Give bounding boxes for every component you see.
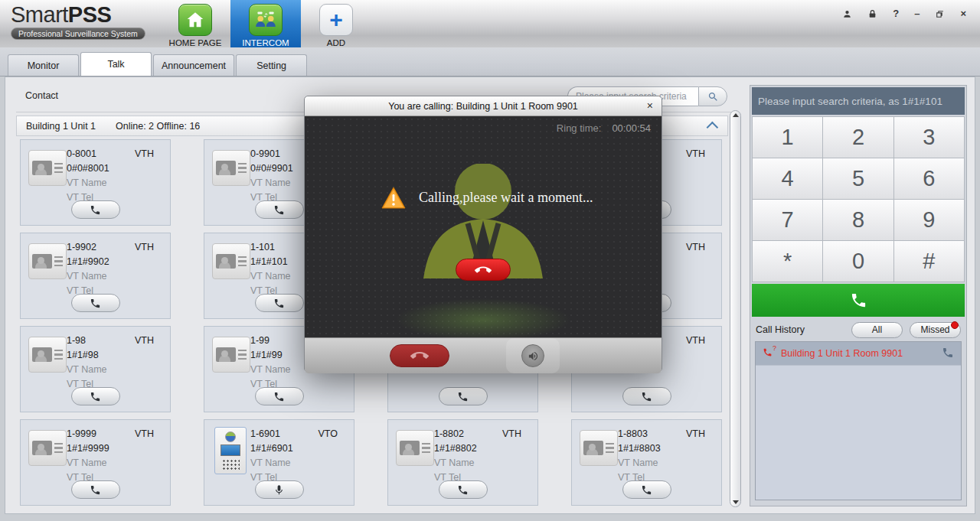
call-button[interactable] <box>439 480 488 499</box>
callback-button[interactable] <box>942 347 954 361</box>
call-history-item[interactable]: ?Building 1 Unit 1 Room 9901 <box>756 342 961 366</box>
dialpad-key-4[interactable]: 4 <box>753 158 822 199</box>
filter-missed-button[interactable]: Missed <box>910 322 961 338</box>
search-button[interactable] <box>698 86 727 106</box>
speaker-button[interactable] <box>521 344 544 367</box>
phone-icon <box>850 291 867 309</box>
dialpad-key-7[interactable]: 7 <box>753 200 822 240</box>
contact-section-title: Contact <box>25 90 58 101</box>
group-name: Building 1 Unit 1 <box>26 121 96 132</box>
call-button[interactable] <box>71 200 120 219</box>
tab-bar: MonitorTalkAnnouncementSetting <box>0 47 980 77</box>
filter-label: Missed <box>920 324 949 335</box>
maximize-button[interactable] <box>935 8 945 19</box>
contact-id-row: 1-8802VTH <box>434 427 532 441</box>
contact-type: VTH <box>686 147 716 161</box>
contact-type: VTH <box>135 427 165 441</box>
dialpad-key-9[interactable]: 9 <box>894 200 964 240</box>
phone-icon <box>90 484 101 496</box>
brand-title: SmartPSS <box>11 3 160 26</box>
call-button[interactable] <box>622 387 671 405</box>
contact-card[interactable]: 1-98VTH1#1#98VT NameVT Tel <box>20 326 171 412</box>
dialpad-key-8[interactable]: 8 <box>823 200 893 240</box>
dialer-input[interactable]: Please input search criteria, as 1#1#101 <box>752 87 965 115</box>
contact-card-info: 1-9999VTH1#1#9999VT NameVT Tel <box>67 420 165 485</box>
contact-type: VTH <box>686 240 716 255</box>
close-icon[interactable]: × <box>647 99 653 112</box>
contact-vt-name: VT Name <box>67 176 165 190</box>
dialpad-key-1[interactable]: 1 <box>753 117 822 158</box>
speaker-icon <box>528 350 539 362</box>
contact-id-row: 1-8803VTH <box>618 427 716 441</box>
dialpad-key-0[interactable]: 0 <box>823 241 893 282</box>
nav-intercom[interactable]: INTERCOM <box>230 0 301 47</box>
contact-sn: 1#1#6901 <box>250 441 348 456</box>
home-icon-wrap <box>178 4 212 36</box>
contact-sn: 1#1#8803 <box>618 441 716 456</box>
contact-card-info: 1-8802VTH1#1#8802VT NameVT Tel <box>434 420 532 485</box>
tab-setting[interactable]: Setting <box>236 54 307 76</box>
contact-type: VTH <box>686 334 716 348</box>
contact-card[interactable]: 1-8802VTH1#1#8802VT NameVT Tel <box>387 419 538 506</box>
call-button[interactable] <box>439 387 488 405</box>
user-button[interactable] <box>842 8 852 19</box>
vth-device-icon <box>212 150 250 186</box>
hangup-button-avatar[interactable] <box>456 259 511 281</box>
contact-id: 1-98 <box>67 334 86 348</box>
contact-type: VTH <box>686 427 716 441</box>
tab-announcement[interactable]: Announcement <box>153 54 234 76</box>
help-button[interactable]: ? <box>893 8 899 19</box>
nav-label: HOME PAGE <box>169 38 222 47</box>
call-button[interactable] <box>71 294 120 312</box>
close-button[interactable]: × <box>960 8 966 19</box>
contact-sn: 1#1#9999 <box>67 441 165 456</box>
contact-id: 1-9902 <box>67 240 96 255</box>
dialpad-key-3[interactable]: 3 <box>894 117 964 158</box>
phone-icon <box>90 204 101 216</box>
ring-time-value: 00:00:54 <box>612 122 651 134</box>
nav-add[interactable]: +ADD <box>301 0 371 47</box>
contact-card-info: 1-8803VTH1#1#8803VT NameVT Tel <box>618 420 716 485</box>
scroll-up-icon[interactable] <box>733 113 739 117</box>
call-button[interactable] <box>71 387 120 405</box>
phone-icon <box>942 347 954 359</box>
dialpad-key-star[interactable]: * <box>753 241 822 282</box>
dialpad-key-hash[interactable]: # <box>894 241 964 282</box>
talk-button[interactable] <box>255 480 304 499</box>
call-button[interactable] <box>255 387 304 405</box>
contact-card[interactable]: 1-8803VTH1#1#8803VT NameVT Tel <box>571 419 722 506</box>
minimize-button[interactable]: – <box>914 8 920 19</box>
contact-card[interactable]: 1-6901VTO1#1#6901VT NameVT Tel <box>204 419 354 506</box>
tab-talk[interactable]: Talk <box>80 52 152 76</box>
contact-id: 0-8001 <box>67 147 96 161</box>
contact-card[interactable]: 1-9999VTH1#1#9999VT NameVT Tel <box>20 419 171 506</box>
dialpad-key-6[interactable]: 6 <box>894 158 964 199</box>
chevron-up-icon[interactable] <box>707 122 719 134</box>
warning-icon <box>381 187 406 209</box>
tab-monitor[interactable]: Monitor <box>8 54 79 76</box>
call-button[interactable] <box>71 480 120 499</box>
call-button[interactable] <box>622 480 671 499</box>
nav-label: INTERCOM <box>242 38 289 47</box>
contact-scrollbar[interactable] <box>730 110 741 507</box>
lock-button[interactable] <box>867 8 877 19</box>
contact-sn: 1#1#98 <box>67 348 165 363</box>
add-icon: + <box>329 10 343 30</box>
hangup-button[interactable] <box>390 344 449 367</box>
intercom-icon <box>254 8 277 31</box>
dialpad-key-5[interactable]: 5 <box>823 158 893 199</box>
phone-icon <box>641 391 652 402</box>
ring-time: Ring time:00:00:54 <box>557 122 651 134</box>
contact-card[interactable]: 1-9902VTH1#1#9902VT NameVT Tel <box>20 233 171 319</box>
dialpad-key-2[interactable]: 2 <box>823 117 893 158</box>
nav-label: ADD <box>327 38 345 47</box>
contact-card[interactable]: 0-8001VTH0#0#8001VT NameVT Tel <box>20 139 171 226</box>
call-button[interactable] <box>255 200 304 219</box>
scroll-down-icon[interactable] <box>733 500 739 504</box>
call-button[interactable] <box>255 294 304 312</box>
dial-call-button[interactable] <box>752 284 965 317</box>
window-controls: ?–× <box>842 0 980 47</box>
contact-sn: 0#0#8001 <box>67 161 165 176</box>
filter-all-button[interactable]: All <box>851 322 903 338</box>
nav-home-page[interactable]: HOME PAGE <box>160 0 230 47</box>
